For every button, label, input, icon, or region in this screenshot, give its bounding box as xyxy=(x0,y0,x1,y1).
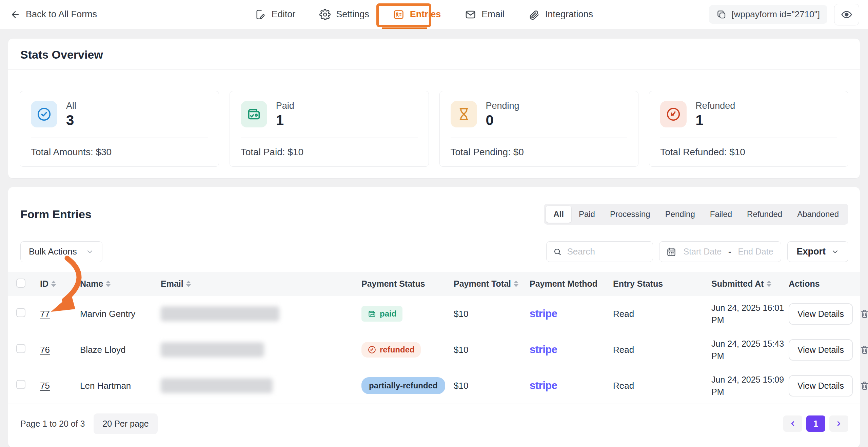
start-date-placeholder: Start Date xyxy=(683,247,722,257)
filter-abandoned[interactable]: Abandoned xyxy=(790,206,846,223)
entry-status: Read xyxy=(613,309,711,319)
calendar-icon xyxy=(666,247,676,257)
filter-refunded[interactable]: Refunded xyxy=(739,206,790,223)
col-name: Name xyxy=(80,279,161,289)
col-email: Email xyxy=(161,279,361,289)
col-actions: Actions xyxy=(789,279,853,289)
stat-label: Paid xyxy=(276,101,294,111)
filter-paid[interactable]: Paid xyxy=(571,206,603,223)
topbar: Back to All Forms Editor Settings Entrie… xyxy=(0,0,868,29)
table-footer: Page 1 to 20 of 3 20 Per page 1 xyxy=(8,404,860,447)
row-checkbox[interactable] xyxy=(16,308,25,317)
entry-id-link[interactable]: 75 xyxy=(40,381,50,391)
view-details-button[interactable]: View Details xyxy=(789,339,853,361)
tab-settings-label: Settings xyxy=(336,9,369,20)
stats-overview-title: Stats Overview xyxy=(8,39,860,70)
entry-status: Read xyxy=(613,381,711,391)
stat-count: 1 xyxy=(695,113,735,127)
search-box xyxy=(546,241,653,262)
entry-name: Marvin Gentry xyxy=(80,309,161,319)
chevron-right-icon xyxy=(835,420,843,427)
stat-card-pending: Pending 0 Total Pending: $0 xyxy=(439,91,639,167)
table-header-row: ID Name Email Payment Status Payment Tot… xyxy=(8,272,860,296)
search-icon xyxy=(553,247,561,257)
tab-editor[interactable]: Editor xyxy=(253,5,297,24)
form-tabs: Editor Settings Entries Email Integratio… xyxy=(253,0,594,29)
row-checkbox[interactable] xyxy=(16,344,25,353)
bulk-actions-select[interactable]: Bulk Actions xyxy=(20,241,102,262)
select-all-checkbox[interactable] xyxy=(16,279,25,288)
all-circle-check-icon xyxy=(31,101,57,127)
row-checkbox[interactable] xyxy=(16,380,25,389)
next-page-button[interactable] xyxy=(829,415,848,432)
stripe-logo: stripe xyxy=(530,308,557,320)
sort-icon[interactable] xyxy=(51,281,56,287)
entries-table: ID Name Email Payment Status Payment Tot… xyxy=(8,272,860,404)
delete-entry-button[interactable] xyxy=(860,345,868,355)
sort-icon[interactable] xyxy=(514,281,518,287)
sort-icon[interactable] xyxy=(186,281,191,287)
wppayform-entries-screen: Back to All Forms Editor Settings Entrie… xyxy=(0,0,868,447)
per-page-select[interactable]: 20 Per page xyxy=(94,413,157,434)
payment-total: $10 xyxy=(454,309,530,319)
back-to-all-forms-link[interactable]: Back to All Forms xyxy=(0,0,112,29)
sort-icon[interactable] xyxy=(106,281,111,287)
filter-pending[interactable]: Pending xyxy=(658,206,703,223)
stats-overview-panel: Stats Overview All 3 Total Amounts: $30 xyxy=(8,39,860,178)
divider xyxy=(112,0,112,29)
tab-editor-label: Editor xyxy=(272,9,296,20)
entry-email-redacted xyxy=(161,342,264,357)
view-details-button[interactable]: View Details xyxy=(789,375,853,397)
sort-icon[interactable] xyxy=(767,281,771,287)
date-range-picker[interactable]: Start Date - End Date xyxy=(659,241,781,262)
trash-icon xyxy=(860,345,868,355)
tab-entries[interactable]: Entries xyxy=(392,5,442,24)
divider xyxy=(660,138,837,138)
stat-total: Total Refunded: $10 xyxy=(660,147,837,158)
copy-icon xyxy=(716,9,727,20)
export-button[interactable]: Export xyxy=(787,241,848,262)
delete-entry-button[interactable] xyxy=(860,381,868,391)
filter-all[interactable]: All xyxy=(546,206,571,223)
chevron-down-icon xyxy=(86,248,94,256)
active-tab-underline xyxy=(382,27,427,29)
filter-failed[interactable]: Failed xyxy=(703,206,739,223)
prev-page-button[interactable] xyxy=(783,415,802,432)
page-1-button[interactable]: 1 xyxy=(806,415,825,432)
date-range-dash: - xyxy=(728,247,731,257)
stat-count: 3 xyxy=(66,113,76,127)
form-entries-title: Form Entries xyxy=(20,208,92,221)
form-entries-panel: Form Entries All Paid Processing Pending… xyxy=(8,187,860,447)
filter-processing[interactable]: Processing xyxy=(603,206,658,223)
preview-form-button[interactable] xyxy=(834,4,859,25)
back-arrow-icon xyxy=(10,9,20,20)
chevron-down-icon xyxy=(831,248,839,256)
entry-id-link[interactable]: 77 xyxy=(40,309,50,319)
col-entry-status: Entry Status xyxy=(613,279,711,289)
table-row: 75 Len Hartman partially-refunded $10 st… xyxy=(8,368,860,404)
col-payment-status: Payment Status xyxy=(361,279,454,289)
view-details-button[interactable]: View Details xyxy=(789,303,853,325)
search-input[interactable] xyxy=(567,246,646,257)
stat-label: All xyxy=(66,101,76,111)
delete-entry-button[interactable] xyxy=(860,309,868,319)
tab-settings[interactable]: Settings xyxy=(318,5,371,24)
trash-icon xyxy=(860,309,868,319)
shortcode-copy-button[interactable]: [wppayform id="2710"] xyxy=(709,5,827,24)
stat-label: Pending xyxy=(486,101,519,111)
stats-cards: All 3 Total Amounts: $30 Paid 1 xyxy=(8,79,860,178)
payment-status-badge: partially-refunded xyxy=(361,377,445,394)
submitted-at: Jun 24, 2025 16:01 PM xyxy=(711,302,784,326)
tab-integrations[interactable]: Integrations xyxy=(527,5,594,24)
stripe-logo: stripe xyxy=(530,380,557,391)
integrations-link-icon xyxy=(528,9,540,20)
entry-id-link[interactable]: 76 xyxy=(40,345,50,355)
col-id: ID xyxy=(40,279,80,289)
wallet-icon xyxy=(368,309,376,318)
topbar-right: [wppayform id="2710"] xyxy=(709,4,868,25)
paid-wallet-icon xyxy=(241,101,267,127)
email-envelope-icon xyxy=(465,9,476,20)
refunded-arrow-icon xyxy=(660,101,687,127)
pagination: 1 xyxy=(783,415,848,432)
tab-email[interactable]: Email xyxy=(463,5,506,24)
